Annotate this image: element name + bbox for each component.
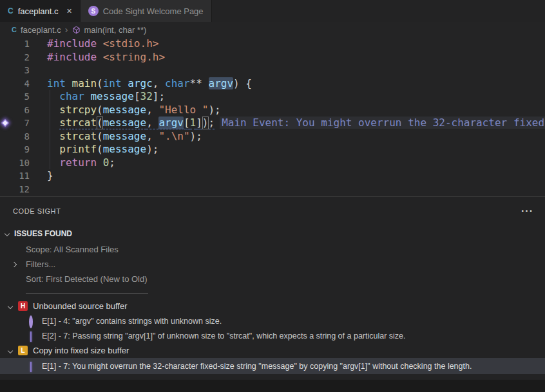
code-token: "Hello " [158, 104, 208, 116]
issue-row[interactable]: E[2] - 7: Passing string "argv[1]" of un… [0, 328, 545, 343]
tab-label: Code Sight Welcome Page [103, 6, 204, 16]
code-token: ; [109, 156, 115, 169]
code-line[interactable]: 3 [0, 64, 545, 77]
code-token: , [153, 77, 165, 89]
code-token: int [47, 77, 66, 89]
code-token [97, 51, 103, 63]
code-text: strcat(message, ".\n"); [47, 130, 202, 144]
issue-group-row[interactable]: HUnbounded source buffer [0, 299, 545, 313]
code-line[interactable]: 4int main(int argc, char** argv) { [0, 77, 545, 91]
diamond-icon [30, 362, 32, 372]
highlighted-word: argv [158, 117, 184, 129]
panel-header: CODE SIGHT ··· [0, 197, 545, 225]
line-number: 4 [0, 77, 30, 91]
code-text: } [47, 169, 53, 183]
tab-label: faceplant.c [18, 6, 59, 16]
meta-label: Sort: First Detected (New to Old) [26, 274, 148, 284]
code-text: strcpy(message, "Hello "); [47, 104, 221, 117]
code-token: ( [97, 104, 103, 116]
tree-meta-row-0[interactable]: Scope: All Scanned Files [0, 242, 545, 257]
code-token [84, 90, 91, 102]
code-token: ); [208, 104, 220, 116]
code-token [47, 130, 59, 142]
code-token: ** [190, 77, 209, 89]
code-token [122, 77, 128, 89]
code-token: , [146, 130, 158, 142]
issue-text: E[1] - 7: You might overrun the 32-chara… [42, 362, 472, 371]
line-number: 3 [0, 64, 30, 77]
code-token: message [103, 143, 146, 155]
code-editor-window: Cfaceplant.c×SCode Sight Welcome Page C … [0, 0, 545, 392]
line-number: 11 [0, 169, 30, 183]
issue-row[interactable]: E[1] - 7: You might overrun the 32-chara… [0, 358, 545, 374]
code-line[interactable]: 12 [0, 183, 545, 196]
code-token: [ [134, 90, 140, 102]
close-icon[interactable]: × [67, 6, 72, 15]
breadcrumb: C faceplant.c › main(int, char **) [0, 22, 545, 37]
issue-text: E[2] - 7: Passing string "argv[1]" of un… [42, 331, 406, 341]
code-line[interactable]: 2#include <string.h> [0, 51, 545, 64]
issues-tree: Scope: All Scanned FilesFilters...Sort: … [0, 242, 545, 374]
code-editor[interactable]: 1#include <stdio.h>2#include <string.h>3… [0, 37, 545, 196]
code-line[interactable]: 5 char message[32]; [0, 90, 545, 104]
breadcrumb-file[interactable]: faceplant.c [21, 25, 61, 35]
code-token: ; [209, 117, 215, 129]
line-number: 9 [0, 143, 30, 156]
code-line[interactable]: 10 return 0; [0, 156, 545, 170]
code-line[interactable]: 6 strcpy(message, "Hello "); [0, 104, 545, 117]
diamond-icon [30, 331, 32, 342]
code-line[interactable]: 9 printf(message); [0, 143, 545, 156]
tree-meta-row-1[interactable]: Filters... [0, 257, 545, 272]
issue-group-row[interactable]: LCopy into fixed size buffer [0, 343, 545, 358]
tab-faceplant-c[interactable]: Cfaceplant.c× [0, 0, 81, 22]
code-line[interactable]: 11} [0, 169, 545, 183]
chevron-down-icon [7, 303, 14, 310]
code-line[interactable]: 8 strcat(message, ".\n"); [0, 130, 545, 144]
code-token: ); [190, 130, 202, 142]
code-token: #include [47, 37, 97, 50]
group-label: Copy into fixed size buffer [33, 346, 129, 355]
code-token [47, 143, 59, 155]
code-lines: 1#include <stdio.h>2#include <string.h>3… [0, 37, 545, 196]
more-actions-icon[interactable]: ··· [521, 206, 533, 216]
chevron-down-icon [4, 230, 10, 237]
code-token: message [103, 104, 146, 116]
code-token: ( [97, 117, 103, 129]
issues-found-section[interactable]: ISSUES FOUND [0, 225, 545, 242]
code-token [47, 90, 59, 102]
code-token: 1 [190, 117, 196, 129]
code-text: char message[32]; [47, 90, 165, 104]
breadcrumb-symbol[interactable]: main(int, char **) [84, 25, 147, 35]
line-number: 10 [0, 156, 30, 170]
line-number: 6 [0, 104, 30, 117]
code-token: ".\n" [158, 130, 189, 142]
severity-badge: L [18, 346, 28, 355]
chevron-down-icon [7, 348, 14, 354]
code-token [66, 77, 72, 89]
code-line[interactable]: 7 strcat(message, argv[1]);Main Event: Y… [0, 117, 545, 130]
code-token: ]; [153, 90, 165, 102]
code-token: char [59, 90, 84, 102]
code-token: , [146, 117, 158, 129]
issue-row[interactable]: E[1] - 4: "argv" contains strings with u… [0, 313, 545, 328]
issue-text: E[1] - 4: "argv" contains strings with u… [42, 317, 222, 326]
code-token [97, 37, 103, 50]
code-token: ) [202, 117, 209, 129]
donut-icon [29, 315, 33, 328]
code-token: [ [184, 117, 190, 129]
tab-code-sight-welcome-page[interactable]: SCode Sight Welcome Page [81, 0, 212, 22]
severity-badge: H [18, 301, 28, 311]
code-token [47, 104, 59, 116]
code-token [47, 156, 59, 169]
tree-meta-row-2[interactable]: Sort: First Detected (New to Old) [0, 272, 545, 286]
diamond-icon [29, 332, 37, 340]
panel-empty-area [0, 380, 545, 392]
code-line[interactable]: 1#include <stdio.h> [0, 37, 545, 51]
code-token: argc [128, 77, 153, 89]
code-text: strcat(message, argv[1]);Main Event: You… [47, 117, 545, 130]
line-number: 8 [0, 130, 30, 144]
code-token: ] [196, 117, 202, 129]
code-token: ) { [233, 77, 252, 89]
code-token: return [59, 156, 97, 169]
line-number: 2 [0, 51, 30, 64]
